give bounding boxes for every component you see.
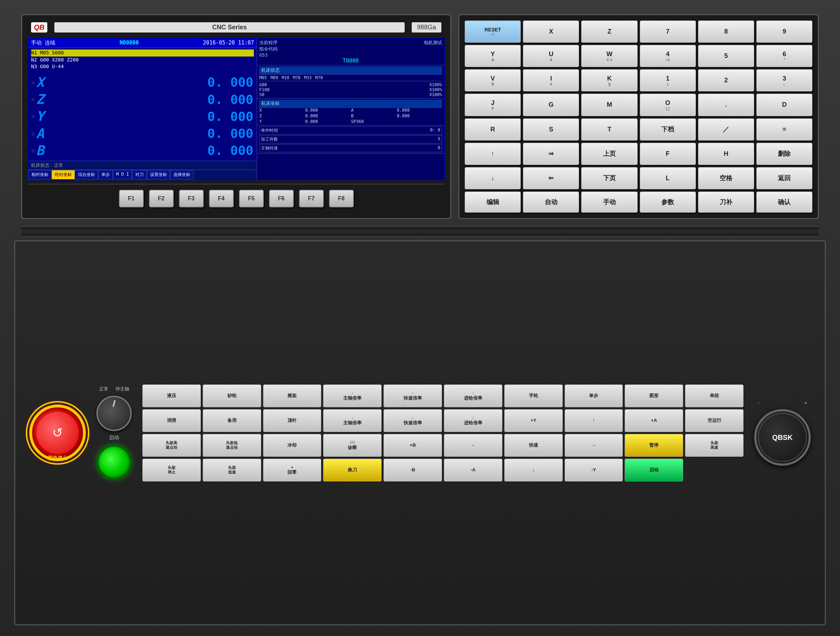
- selector-knob[interactable]: [96, 396, 132, 431]
- key-y[interactable]: YA: [465, 45, 521, 67]
- tab-combined[interactable]: 综合坐标: [75, 170, 98, 179]
- key-down[interactable]: ↓: [465, 167, 521, 189]
- key-m[interactable]: M: [581, 93, 637, 116]
- start-button[interactable]: [96, 445, 132, 480]
- fkey-f6[interactable]: F6: [269, 190, 294, 207]
- key-param[interactable]: 参数: [640, 191, 696, 213]
- ctrl-spindle-down[interactable]: ↓主轴倍率: [323, 409, 382, 432]
- ctrl-handwheel[interactable]: 手轮: [504, 384, 563, 407]
- key-s[interactable]: S: [523, 119, 579, 141]
- key-manual[interactable]: 手动: [581, 191, 637, 213]
- ctrl-minus-y[interactable]: -Y: [565, 459, 623, 482]
- tab-relative[interactable]: 相对坐标: [28, 170, 52, 179]
- ctrl-right[interactable]: →: [565, 434, 623, 457]
- ctrl-single-step[interactable]: 单步: [565, 384, 623, 407]
- ctrl-hydraulic[interactable]: 液压: [142, 384, 201, 407]
- key-t[interactable]: T: [581, 119, 637, 141]
- key-w[interactable]: WC #: [581, 45, 637, 67]
- key-u[interactable]: UA: [523, 45, 579, 67]
- key-2[interactable]: 2: [698, 69, 754, 92]
- fkey-f1[interactable]: F1: [119, 190, 144, 207]
- tab-mdi[interactable]: M D I: [113, 170, 132, 179]
- ctrl-dry-run[interactable]: 空运行: [685, 409, 744, 432]
- key-equal[interactable]: =: [756, 119, 812, 141]
- ctrl-spindle-up[interactable]: ↑主轴倍率: [323, 384, 382, 407]
- ctrl-head-high-jog[interactable]: 头架高速点动: [142, 434, 201, 457]
- ctrl-lube[interactable]: 润滑: [142, 409, 201, 432]
- key-f[interactable]: F: [640, 143, 696, 165]
- ctrl-axis-down[interactable]: ↓: [504, 459, 563, 482]
- fkey-f7[interactable]: F7: [299, 190, 324, 207]
- ctrl-pause[interactable]: 暂停: [625, 434, 683, 457]
- ctrl-grinder[interactable]: 砂轮: [203, 384, 261, 407]
- fkey-f4[interactable]: F4: [209, 190, 234, 207]
- ctrl-head-low[interactable]: 头架低速: [203, 459, 261, 482]
- fkey-f5[interactable]: F5: [239, 190, 264, 207]
- key-o[interactable]: O[ ]: [640, 93, 696, 116]
- key-confirm[interactable]: 确认: [756, 191, 812, 213]
- ctrl-head-stop[interactable]: 头架停止: [142, 459, 201, 482]
- key-pagedown[interactable]: 下页: [581, 167, 637, 189]
- key-z[interactable]: Z: [581, 21, 637, 43]
- ctrl-spare[interactable]: 备用: [203, 409, 261, 432]
- ctrl-left[interactable]: ←: [444, 434, 502, 457]
- ctrl-feed-down[interactable]: ↓进给倍率: [444, 409, 502, 432]
- key-v[interactable]: VB: [465, 69, 521, 92]
- ctrl-head-high[interactable]: 头架高速: [685, 434, 744, 457]
- ctrl-axis-up[interactable]: ↑: [565, 409, 623, 432]
- encoder-dial[interactable]: QBSK: [754, 409, 811, 466]
- key-auto[interactable]: 自动: [523, 191, 579, 213]
- tab-absolute[interactable]: 绝对坐标: [52, 170, 75, 179]
- key-j[interactable]: JP: [465, 93, 521, 116]
- ctrl-rocker[interactable]: 摇架: [263, 384, 322, 407]
- ctrl-rapid-up[interactable]: ↑快速倍率: [384, 384, 442, 407]
- key-8[interactable]: 8: [698, 21, 754, 43]
- key-reset[interactable]: RESET/ /: [465, 21, 521, 43]
- tab-tool[interactable]: 对刀: [132, 170, 147, 179]
- tab-step[interactable]: 单步: [98, 170, 113, 179]
- key-1[interactable]: 1(: [640, 69, 696, 92]
- key-k[interactable]: KQ: [581, 69, 637, 92]
- ctrl-tailstock[interactable]: 顶针: [263, 409, 322, 432]
- key-left-arrow[interactable]: ⇐: [523, 167, 579, 189]
- key-right-arrow[interactable]: ⇒: [523, 143, 579, 165]
- key-edit[interactable]: 编辑: [465, 191, 521, 213]
- ctrl-graph[interactable]: 图形: [625, 384, 683, 407]
- key-return[interactable]: 返回: [756, 167, 812, 189]
- key-d[interactable]: D: [756, 93, 812, 116]
- key-pageup[interactable]: 上页: [581, 143, 637, 165]
- estop-button[interactable]: 紧急停止 ↺: [29, 405, 86, 461]
- ctrl-plus-b[interactable]: +B: [384, 434, 442, 457]
- key-l[interactable]: L: [640, 167, 696, 189]
- ctrl-tool-change[interactable]: 换刀: [323, 459, 382, 482]
- key-dot[interactable]: .: [698, 93, 754, 116]
- tab-selectcoord[interactable]: 选择坐标: [170, 170, 194, 179]
- ctrl-home[interactable]: ●回零: [263, 459, 322, 482]
- key-delete[interactable]: 删除: [756, 143, 812, 165]
- fkey-f8[interactable]: F8: [329, 190, 354, 207]
- ctrl-coolant[interactable]: 冷却: [263, 434, 322, 457]
- key-6[interactable]: 6*: [756, 45, 812, 67]
- key-slash[interactable]: ／: [698, 119, 754, 141]
- key-3[interactable]: 3;.: [756, 69, 812, 92]
- ctrl-minus-b[interactable]: -B: [384, 459, 442, 482]
- ctrl-single-seg[interactable]: 单段: [685, 384, 744, 407]
- ctrl-plus-y[interactable]: +Y: [504, 409, 563, 432]
- ctrl-feed-up[interactable]: ↑进给倍率: [444, 384, 502, 407]
- ctrl-plus-a[interactable]: +A: [625, 409, 683, 432]
- ctrl-io-diag[interactable]: I/O诊断: [323, 434, 382, 457]
- key-5[interactable]: 5: [698, 45, 754, 67]
- tab-setcoord[interactable]: 设置坐标: [147, 170, 170, 179]
- key-4[interactable]: 4+1: [640, 45, 696, 67]
- ctrl-minus-a[interactable]: -A: [444, 459, 502, 482]
- key-toolcomp[interactable]: 刀补: [698, 191, 754, 213]
- key-up[interactable]: ↑: [465, 143, 521, 165]
- key-g[interactable]: G: [523, 93, 579, 116]
- key-xiajang[interactable]: 下档: [640, 119, 696, 141]
- key-i[interactable]: I0: [523, 69, 579, 92]
- key-x[interactable]: X: [523, 21, 579, 43]
- ctrl-start[interactable]: 启动: [625, 459, 683, 482]
- ctrl-rapid-down[interactable]: ↓快速倍率: [384, 409, 442, 432]
- fkey-f3[interactable]: F3: [179, 190, 204, 207]
- fkey-f2[interactable]: F2: [149, 190, 174, 207]
